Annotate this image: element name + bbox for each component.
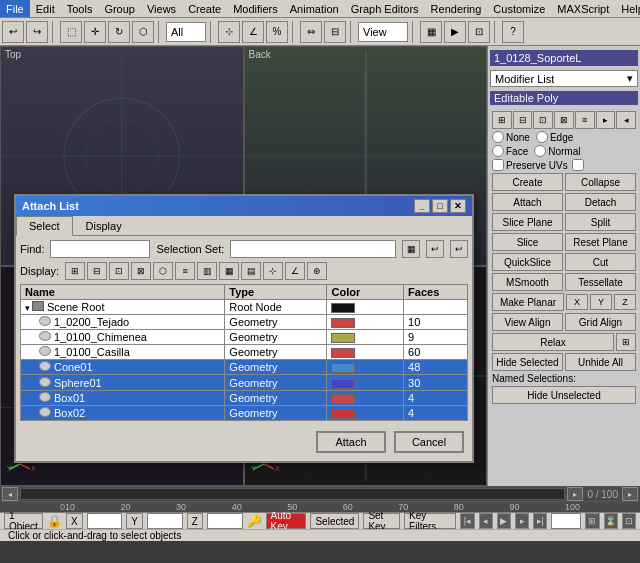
set-key-btn[interactable]: Set Key — [363, 513, 400, 529]
selection-set-btn-1[interactable]: ▦ — [402, 240, 420, 258]
hide-selected-button[interactable]: Hide Selected — [492, 353, 563, 371]
pb-next-btn[interactable]: ▸ — [515, 513, 529, 529]
mod-icon-7[interactable]: ◂ — [616, 111, 636, 129]
face-radio[interactable] — [492, 145, 504, 157]
mod-icon-5[interactable]: ≡ — [575, 111, 595, 129]
close-button[interactable]: ✕ — [450, 199, 466, 213]
pb-last-btn[interactable]: ▸| — [533, 513, 547, 529]
table-row[interactable]: Box01Geometry4 — [21, 390, 468, 405]
help-btn[interactable]: ? — [502, 21, 524, 43]
timeline-track[interactable] — [20, 488, 565, 500]
tab-display[interactable]: Display — [73, 216, 135, 235]
create-button[interactable]: Create — [492, 173, 563, 191]
mod-icon-3[interactable]: ⊡ — [533, 111, 553, 129]
disp-btn-6[interactable]: ≡ — [175, 262, 195, 280]
edge-radio[interactable] — [536, 131, 548, 143]
render-type-btn[interactable]: ⊡ — [468, 21, 490, 43]
menu-group[interactable]: Group — [98, 0, 141, 17]
collapse-button[interactable]: Collapse — [565, 173, 636, 191]
mod-icon-1[interactable]: ⊞ — [492, 111, 512, 129]
modifier-list-dropdown[interactable]: Modifier List ▾ — [490, 70, 638, 87]
rotate-btn[interactable]: ↻ — [108, 21, 130, 43]
view-dropdown[interactable]: View — [358, 22, 408, 42]
move-btn[interactable]: ✛ — [84, 21, 106, 43]
disp-btn-3[interactable]: ⊡ — [109, 262, 129, 280]
pb-config-btn[interactable]: ⊞ — [585, 513, 599, 529]
find-input[interactable] — [50, 240, 150, 258]
table-row[interactable]: Sphere01Geometry30 — [21, 375, 468, 390]
cut-button[interactable]: Cut — [565, 253, 636, 271]
frame-field[interactable] — [551, 513, 581, 529]
z-button[interactable]: Z — [614, 294, 636, 310]
object-count-btn[interactable]: 1 Object — [4, 513, 43, 529]
disp-btn-1[interactable]: ⊞ — [65, 262, 85, 280]
disp-btn-11[interactable]: ∠ — [285, 262, 305, 280]
tl-left-btn[interactable]: ◂ — [2, 487, 18, 501]
menu-modifiers[interactable]: Modifiers — [227, 0, 284, 17]
snap-btn[interactable]: ⊹ — [218, 21, 240, 43]
y-button[interactable]: Y — [590, 294, 612, 310]
menu-animation[interactable]: Animation — [284, 0, 345, 17]
menu-tools[interactable]: Tools — [61, 0, 99, 17]
quickslice-button[interactable]: QuickSlice — [492, 253, 563, 271]
slice-plane-button[interactable]: Slice Plane — [492, 213, 563, 231]
disp-btn-7[interactable]: ▥ — [197, 262, 217, 280]
render-setup-btn[interactable]: ▦ — [420, 21, 442, 43]
grid-align-button[interactable]: Grid Align — [565, 313, 636, 331]
disp-btn-8[interactable]: ▦ — [219, 262, 239, 280]
table-row[interactable]: 1_0100_ChimeneaGeometry9 — [21, 330, 468, 345]
menu-views[interactable]: Views — [141, 0, 182, 17]
tessellate-button[interactable]: Tessellate — [565, 273, 636, 291]
table-row[interactable]: ▾Scene RootRoot Node — [21, 300, 468, 315]
split-button[interactable]: Split — [565, 213, 636, 231]
x-button[interactable]: X — [566, 294, 588, 310]
pb-keys-btn[interactable]: ⊡ — [622, 513, 636, 529]
reset-plane-button[interactable]: Reset Plane — [565, 233, 636, 251]
view-align-button[interactable]: View Align — [492, 313, 563, 331]
pb-time-btn[interactable]: ⌛ — [604, 513, 618, 529]
y-coord-field[interactable] — [147, 513, 183, 529]
filter-box[interactable]: All — [166, 22, 206, 42]
x-coord-field[interactable] — [87, 513, 123, 529]
slice-button[interactable]: Slice — [492, 233, 563, 251]
menu-rendering[interactable]: Rendering — [425, 0, 488, 17]
disp-btn-9[interactable]: ▤ — [241, 262, 261, 280]
msmooth-button[interactable]: MSmooth — [492, 273, 563, 291]
unhide-all-button[interactable]: Unhide All — [565, 353, 636, 371]
selection-set-btn-2[interactable]: ↩ — [426, 240, 444, 258]
pb-first-btn[interactable]: |◂ — [460, 513, 474, 529]
lock-icon[interactable]: 🔒 — [47, 514, 62, 528]
undo-btn[interactable]: ↩ — [2, 21, 24, 43]
none-radio[interactable] — [492, 131, 504, 143]
table-row[interactable]: 1_0200_TejadoGeometry10 — [21, 315, 468, 330]
render-btn[interactable]: ▶ — [444, 21, 466, 43]
normal-radio[interactable] — [534, 145, 546, 157]
hide-unselected-button[interactable]: Hide Unselected — [492, 386, 636, 404]
cancel-footer-button[interactable]: Cancel — [394, 431, 464, 453]
menu-customize[interactable]: Customize — [487, 0, 551, 17]
menu-create[interactable]: Create — [182, 0, 227, 17]
mod-icon-6[interactable]: ▸ — [596, 111, 616, 129]
z-coord-field[interactable] — [207, 513, 243, 529]
preserve-uvs-checkbox[interactable] — [492, 159, 504, 171]
detach-button[interactable]: Detach — [565, 193, 636, 211]
selection-set-btn-3[interactable]: ↩ — [450, 240, 468, 258]
menu-file[interactable]: File — [0, 0, 30, 17]
mirror-btn[interactable]: ⇔ — [300, 21, 322, 43]
tab-select[interactable]: Select — [16, 216, 73, 236]
selection-set-input[interactable] — [230, 240, 396, 258]
scale-btn[interactable]: ⬡ — [132, 21, 154, 43]
minimize-button[interactable]: _ — [414, 199, 430, 213]
menu-edit[interactable]: Edit — [30, 0, 61, 17]
menu-help[interactable]: Help — [615, 0, 640, 17]
select-btn[interactable]: ⬚ — [60, 21, 82, 43]
make-planar-button[interactable]: Make Planar — [492, 293, 564, 311]
mod-icon-4[interactable]: ⊠ — [554, 111, 574, 129]
auto-key-btn[interactable]: Auto Key — [266, 513, 307, 529]
table-row[interactable]: 1_0100_CasillaGeometry60 — [21, 345, 468, 360]
redo-btn[interactable]: ↪ — [26, 21, 48, 43]
disp-btn-12[interactable]: ⊛ — [307, 262, 327, 280]
tl-right-btn[interactable]: ▸ — [567, 487, 583, 501]
mod-icon-2[interactable]: ⊟ — [513, 111, 533, 129]
table-row[interactable]: Cone01Geometry48 — [21, 360, 468, 375]
